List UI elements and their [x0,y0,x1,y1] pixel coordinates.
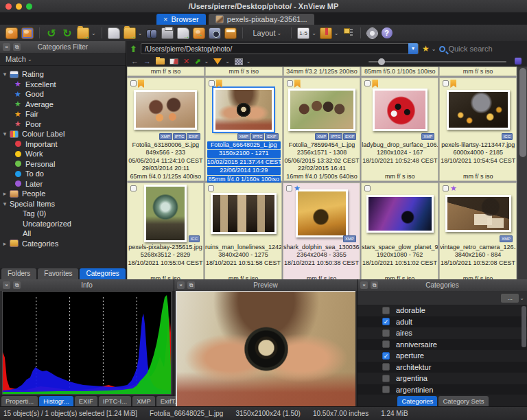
category-item[interactable]: argentinien [358,384,527,395]
category-item[interactable]: ✓adult [358,316,527,328]
detach-panel-icon[interactable]: ⧉ [13,281,21,289]
category-checkbox[interactable] [382,340,390,348]
thumbnail-cell[interactable]: ICC pexels-lilartsy-1213447.jpg 6000x400… [439,78,517,181]
path-input[interactable]: /Users/pierre/Desktop/photo/ ▾ [141,43,419,54]
close-panel-icon[interactable]: × [360,281,368,289]
sort-dropdown-icon[interactable]: ⌄ [204,58,209,65]
tree-item-special-items[interactable]: ▾Special Items [0,199,126,209]
rotate-left-icon[interactable]: ↺ [45,27,58,39]
view-mode-grid-icon[interactable] [235,58,243,65]
rotate-right-icon[interactable]: ↻ [61,27,73,39]
category-checkbox-checked[interactable]: ✓ [382,318,390,325]
settings-gear-icon[interactable] [366,27,378,39]
categories-view-icon[interactable] [320,27,332,39]
sort-order-icon[interactable]: ⬈ [194,57,200,66]
panel-toggle-icon[interactable] [515,58,522,65]
label-brush-icon[interactable] [169,58,178,65]
search-icon[interactable] [145,27,158,39]
filter-dropdown-icon[interactable]: ⌄ [225,58,230,65]
select-checkbox[interactable] [286,185,292,191]
tree-item-average[interactable]: ★Average [0,100,126,110]
detach-panel-icon[interactable]: ⧉ [187,281,195,289]
category-item[interactable]: anniversaire [358,339,527,351]
category-checkbox[interactable] [382,375,390,382]
category-checkbox[interactable] [382,329,390,337]
close-panel-icon[interactable]: × [3,43,10,51]
new-folder-icon[interactable] [156,58,165,65]
chevron-down-icon[interactable]: ▾ [0,200,10,207]
print-icon[interactable] [161,27,174,39]
select-checkbox[interactable] [364,185,371,191]
tab-xmp[interactable]: XMP [132,396,155,406]
tab-folders[interactable]: Folders [1,268,36,279]
detach-panel-icon[interactable]: ⧉ [371,281,378,289]
up-folder-icon[interactable]: ⬆ [130,44,137,54]
thumbnail-cell[interactable]: XMPIPTCEXIF Fotolia_78599454_L.jpg 2356x… [283,78,361,181]
thumbnail-cell[interactable]: ★ XMP vintage_retro_camera_126... 3840x2… [439,183,517,279]
quick-search-input[interactable]: Quick search [439,45,524,53]
sort-icon[interactable] [342,27,355,39]
categories-view-dropdown-icon[interactable]: ⌄ [334,30,339,36]
thumbnail-cell-selected[interactable]: XMPIPTCEXIF Fotolia_66648025_L.jpg 3150x… [205,78,283,181]
tree-item-categories[interactable]: ▸Categories [0,239,126,249]
more-options-button[interactable]: ... [501,294,519,303]
tree-item-colour-label[interactable]: ▾Colour Label [0,129,126,139]
select-checkbox[interactable] [130,80,137,86]
thumbnail-cell[interactable]: ruins_man_loneliness_1242... 3840x2400 -… [204,183,282,279]
tab-histogram[interactable]: Histogr... [39,396,73,406]
tree-item-to-do[interactable]: To do [0,169,126,179]
select-checkbox[interactable] [443,185,449,191]
tab-image[interactable]: pexels-pixabay-23561... [209,14,314,25]
open-with-dropdown-icon[interactable]: ⌄ [138,30,143,36]
export-icon[interactable] [177,27,189,39]
tree-item-all[interactable]: All [0,229,126,239]
tree-item-poor[interactable]: ★Poor [0,119,126,130]
thumbnail-cell[interactable]: XMPIPTCEXIF Fotolia_63180006_S.jpg 849x5… [127,78,204,181]
chevron-right-icon[interactable]: ▸ [0,240,10,247]
category-item[interactable]: adorable [358,305,527,316]
select-checkbox[interactable] [364,80,371,86]
category-filter-row[interactable]: ... ⌄ [358,291,527,305]
tree-item-later[interactable]: Later [0,179,126,189]
move-copy-dropdown-icon[interactable]: ⌄ [91,30,96,36]
tree-item-people[interactable]: ▸People [0,189,126,199]
category-checkbox[interactable] [382,386,390,393]
category-list-scrollbar[interactable] [522,306,526,347]
path-dropdown-icon[interactable]: ▾ [408,43,418,54]
tree-item-good[interactable]: ★Good [0,89,126,100]
thumbnail-cell[interactable]: stars_space_glow_planet_9... 1920x1080 -… [361,183,438,279]
category-checkbox[interactable] [382,363,390,371]
tree-item-fair[interactable]: ★Fair [0,109,126,119]
open-with-icon[interactable] [124,27,136,39]
properties-icon[interactable] [108,27,120,39]
view-mode-dropdown-icon[interactable]: ⌄ [246,58,251,65]
tab-browser[interactable]: × Browser [156,14,206,25]
select-checkbox[interactable] [443,80,449,86]
layout-button[interactable]: Layout⌄ [248,29,285,37]
tree-item-excellent[interactable]: ★Excellent [0,80,126,90]
delete-icon[interactable]: ✕ [183,57,189,66]
category-checkbox[interactable] [382,307,390,314]
select-checkbox[interactable] [208,185,214,191]
tree-item-rating[interactable]: ▾Rating [0,69,126,80]
chevron-down-icon[interactable]: ▾ [0,130,10,137]
tab-properties[interactable]: Properti... [1,396,38,406]
grid-vertical-scrollbar[interactable] [517,67,527,279]
filter-funnel-icon[interactable] [213,58,222,65]
thumbnail-size-dropdown-icon[interactable]: ⌄ [312,30,316,36]
capture-icon[interactable] [209,27,221,39]
close-tab-icon[interactable]: × [163,15,167,23]
move-copy-icon[interactable] [77,27,89,39]
thumbnail-cell[interactable]: ICC pexels-pixabay-235615.jpg 5268x3512 … [127,183,204,279]
category-item[interactable]: architektur [358,362,527,373]
filter-chevron-icon[interactable]: ⌄ [519,295,524,301]
tree-item-work[interactable]: Work [0,149,126,159]
category-item[interactable]: aires [358,327,527,339]
tree-item-important[interactable]: Important [0,139,126,150]
select-checkbox[interactable] [130,185,137,191]
scrollbar-thumb[interactable] [519,68,526,157]
browser-mode-icon[interactable] [5,27,18,39]
tab-favorites[interactable]: Favorites [38,268,78,279]
back-icon[interactable]: ← [131,57,139,66]
thumbnail-cell[interactable]: XMP ladybug_drop_surface_106... 1280x102… [361,78,438,181]
